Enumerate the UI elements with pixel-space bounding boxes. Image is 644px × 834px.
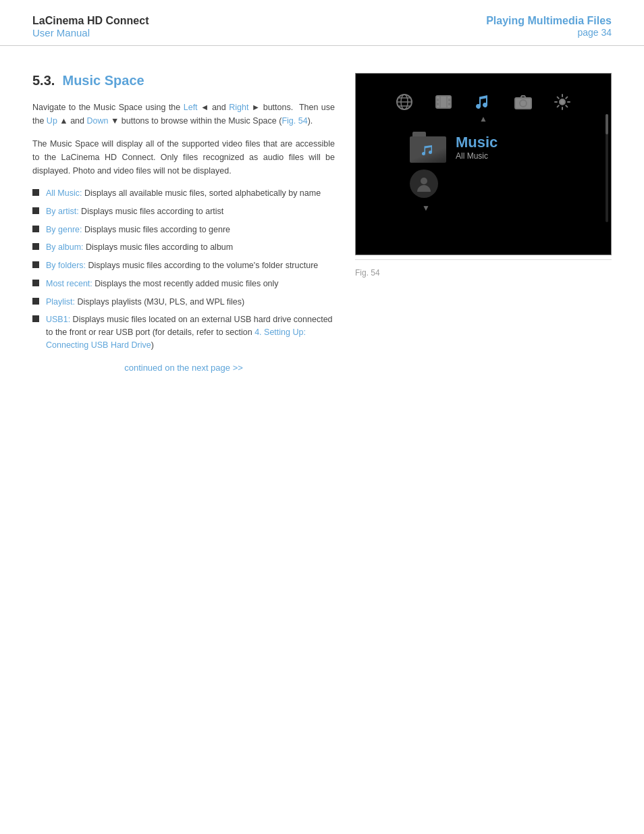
- left-column: 5.3. Music Space Navigate to the Music S…: [32, 73, 335, 373]
- music-label: Music All Music: [456, 134, 498, 161]
- bullet-icon: [32, 243, 39, 250]
- left-link: Left: [184, 103, 198, 112]
- music-title: Music: [456, 134, 498, 151]
- scrollbar: [606, 114, 608, 222]
- list-item-text: All Music: Displays all available music …: [46, 187, 321, 200]
- fig-link[interactable]: Fig. 54: [281, 116, 307, 126]
- svg-rect-5: [436, 96, 451, 108]
- artist-icon: [410, 170, 438, 198]
- intro-paragraph-2: The Music Space will display all of the …: [32, 137, 335, 178]
- list-item: By genre: Displays music files according…: [32, 224, 335, 236]
- svg-point-13: [520, 100, 527, 107]
- bullet-icon: [32, 280, 39, 286]
- header-left: LaCinema HD Connect User Manual: [32, 15, 149, 38]
- list-item: By folders: Displays music files accordi…: [32, 259, 335, 272]
- list-item: USB1: Displays music files located on an…: [32, 313, 335, 351]
- scroll-down-indicator: ▼: [422, 203, 430, 213]
- svg-rect-8: [448, 99, 451, 101]
- bullet-icon: [32, 261, 39, 268]
- globe-icon: [396, 93, 413, 111]
- screenshot-content: Music All Music: [356, 126, 611, 213]
- figure-image: ▲ Music: [355, 73, 612, 255]
- list-item: By album: Displays music files according…: [32, 241, 335, 254]
- right-link: Right: [229, 103, 248, 112]
- music-sublabel: All Music: [456, 151, 498, 161]
- scroll-thumb: [606, 114, 608, 134]
- header-right: Playing Multimedia Files page 34: [486, 15, 612, 38]
- app-title: LaCinema HD Connect: [32, 15, 149, 27]
- by-album-label: By album:: [46, 242, 84, 252]
- music-folder-icon: [410, 132, 446, 163]
- most-recent-label: Most recent:: [46, 279, 92, 288]
- scroll-up-indicator: ▲: [479, 114, 487, 124]
- svg-point-14: [560, 99, 565, 105]
- camera-icon: [514, 93, 532, 111]
- bullet-icon: [32, 298, 39, 305]
- page-number: page 34: [577, 27, 612, 38]
- music-all-item: Music All Music: [410, 132, 498, 163]
- list-item-text: Playlist: Displays playlists (M3U, PLS, …: [46, 296, 244, 309]
- list-item: Playlist: Displays playlists (M3U, PLS, …: [32, 296, 335, 309]
- figure-caption: Fig. 54: [355, 264, 380, 278]
- svg-point-15: [421, 178, 427, 184]
- usb-section-link[interactable]: 4. Setting Up: Connecting USB Hard Drive: [46, 328, 306, 350]
- figure-container: ▲ Music: [355, 73, 612, 278]
- list-item-text: By artist: Displays music files accordin…: [46, 205, 223, 218]
- by-artist-label: By artist:: [46, 207, 79, 216]
- header: LaCinema HD Connect User Manual Playing …: [0, 0, 644, 46]
- page: LaCinema HD Connect User Manual Playing …: [0, 0, 644, 834]
- section-title: Music Space: [62, 73, 144, 88]
- right-column: ▲ Music: [355, 73, 612, 373]
- bullet-icon: [32, 189, 39, 196]
- section-label: Playing Multimedia Files: [486, 15, 612, 27]
- section-number: 5.3.: [32, 73, 55, 88]
- by-folders-label: By folders:: [46, 261, 86, 270]
- continued-link[interactable]: continued on the next page >>: [32, 363, 335, 373]
- bullet-icon: [32, 226, 39, 232]
- svg-rect-6: [436, 99, 439, 101]
- up-link: Up: [47, 116, 57, 126]
- bullet-icon: [32, 207, 39, 214]
- list-item-text: By genre: Displays music files according…: [46, 224, 230, 236]
- playlist-label: Playlist:: [46, 297, 75, 307]
- by-genre-label: By genre:: [46, 225, 82, 234]
- bullet-icon: [32, 315, 39, 322]
- down-link: Down: [87, 116, 109, 126]
- list-item: All Music: Displays all available music …: [32, 187, 335, 200]
- list-item-text: By folders: Displays music files accordi…: [46, 259, 318, 272]
- list-item: Most recent: Displays the most recently …: [32, 278, 335, 290]
- list-item-text: Most recent: Displays the most recently …: [46, 278, 279, 290]
- intro-paragraph-1: Navigate to the Music Space using the Le…: [32, 101, 335, 128]
- music-icon: [474, 93, 493, 111]
- all-music-label: All Music:: [46, 188, 82, 198]
- list-item-text: USB1: Displays music files located on an…: [46, 313, 335, 351]
- section-heading: 5.3. Music Space: [32, 73, 335, 88]
- svg-rect-7: [436, 103, 439, 105]
- list-item-text: By album: Displays music files according…: [46, 241, 233, 254]
- main-content: 5.3. Music Space Navigate to the Music S…: [0, 46, 644, 393]
- list-item: By artist: Displays music files accordin…: [32, 205, 335, 218]
- film-icon: [435, 93, 452, 111]
- music-artist-item: [410, 170, 438, 198]
- gear-icon: [554, 93, 571, 111]
- feature-list: All Music: Displays all available music …: [32, 187, 335, 352]
- svg-rect-9: [448, 103, 451, 105]
- app-subtitle: User Manual: [32, 27, 149, 38]
- usb1-label: USB1:: [46, 315, 70, 324]
- screenshot-icon-bar: [356, 74, 611, 118]
- continued-text[interactable]: continued on the next page >>: [124, 363, 243, 373]
